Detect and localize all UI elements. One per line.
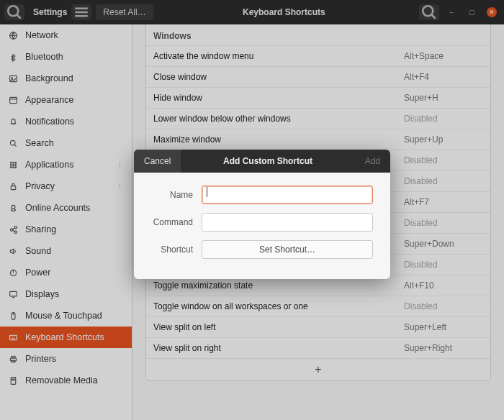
set-shortcut-button[interactable]: Set Shortcut… (202, 240, 373, 259)
command-input[interactable] (202, 213, 373, 232)
name-input[interactable] (202, 186, 373, 204)
dialog-title: Add Custom Shortcut (181, 156, 354, 166)
cancel-button[interactable]: Cancel (134, 150, 181, 173)
command-label: Command (151, 217, 202, 227)
name-label: Name (151, 190, 202, 200)
shortcut-label: Shortcut (151, 245, 202, 255)
add-custom-shortcut-dialog: Cancel Add Custom Shortcut Add Name Comm… (134, 150, 390, 279)
add-button[interactable]: Add (355, 150, 390, 173)
dialog-header: Cancel Add Custom Shortcut Add (134, 150, 390, 173)
